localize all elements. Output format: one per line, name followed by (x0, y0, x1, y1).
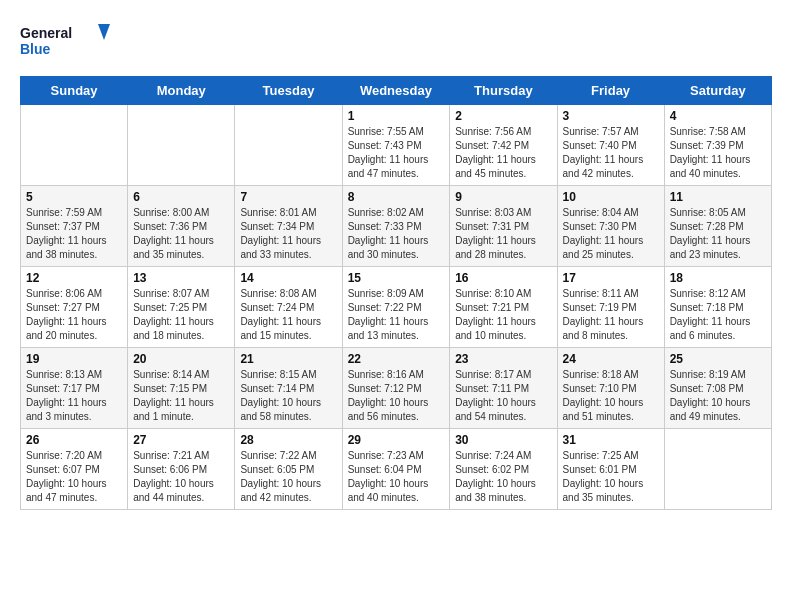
day-info: Sunrise: 8:18 AM Sunset: 7:10 PM Dayligh… (563, 368, 659, 424)
day-info: Sunrise: 8:04 AM Sunset: 7:30 PM Dayligh… (563, 206, 659, 262)
day-info: Sunrise: 7:21 AM Sunset: 6:06 PM Dayligh… (133, 449, 229, 505)
calendar-cell: 26Sunrise: 7:20 AM Sunset: 6:07 PM Dayli… (21, 429, 128, 510)
day-info: Sunrise: 7:55 AM Sunset: 7:43 PM Dayligh… (348, 125, 445, 181)
svg-text:General: General (20, 25, 72, 41)
day-info: Sunrise: 8:05 AM Sunset: 7:28 PM Dayligh… (670, 206, 766, 262)
calendar-cell: 20Sunrise: 8:14 AM Sunset: 7:15 PM Dayli… (128, 348, 235, 429)
day-number: 1 (348, 109, 445, 123)
calendar-cell: 9Sunrise: 8:03 AM Sunset: 7:31 PM Daylig… (450, 186, 557, 267)
calendar-cell: 27Sunrise: 7:21 AM Sunset: 6:06 PM Dayli… (128, 429, 235, 510)
day-info: Sunrise: 7:20 AM Sunset: 6:07 PM Dayligh… (26, 449, 122, 505)
day-number: 10 (563, 190, 659, 204)
calendar-cell: 30Sunrise: 7:24 AM Sunset: 6:02 PM Dayli… (450, 429, 557, 510)
day-number: 8 (348, 190, 445, 204)
day-number: 23 (455, 352, 551, 366)
calendar-cell (664, 429, 771, 510)
calendar-cell: 16Sunrise: 8:10 AM Sunset: 7:21 PM Dayli… (450, 267, 557, 348)
calendar-cell: 25Sunrise: 8:19 AM Sunset: 7:08 PM Dayli… (664, 348, 771, 429)
day-number: 15 (348, 271, 445, 285)
day-info: Sunrise: 7:23 AM Sunset: 6:04 PM Dayligh… (348, 449, 445, 505)
day-info: Sunrise: 8:11 AM Sunset: 7:19 PM Dayligh… (563, 287, 659, 343)
calendar-cell: 7Sunrise: 8:01 AM Sunset: 7:34 PM Daylig… (235, 186, 342, 267)
day-info: Sunrise: 8:15 AM Sunset: 7:14 PM Dayligh… (240, 368, 336, 424)
day-info: Sunrise: 8:06 AM Sunset: 7:27 PM Dayligh… (26, 287, 122, 343)
day-info: Sunrise: 8:03 AM Sunset: 7:31 PM Dayligh… (455, 206, 551, 262)
calendar-cell: 23Sunrise: 8:17 AM Sunset: 7:11 PM Dayli… (450, 348, 557, 429)
calendar-cell: 19Sunrise: 8:13 AM Sunset: 7:17 PM Dayli… (21, 348, 128, 429)
calendar-cell: 22Sunrise: 8:16 AM Sunset: 7:12 PM Dayli… (342, 348, 450, 429)
calendar-cell: 29Sunrise: 7:23 AM Sunset: 6:04 PM Dayli… (342, 429, 450, 510)
calendar-cell (235, 105, 342, 186)
day-number: 3 (563, 109, 659, 123)
calendar-cell: 6Sunrise: 8:00 AM Sunset: 7:36 PM Daylig… (128, 186, 235, 267)
day-number: 20 (133, 352, 229, 366)
calendar-cell: 17Sunrise: 8:11 AM Sunset: 7:19 PM Dayli… (557, 267, 664, 348)
day-info: Sunrise: 7:58 AM Sunset: 7:39 PM Dayligh… (670, 125, 766, 181)
day-info: Sunrise: 8:02 AM Sunset: 7:33 PM Dayligh… (348, 206, 445, 262)
day-number: 27 (133, 433, 229, 447)
day-number: 29 (348, 433, 445, 447)
calendar-cell: 5Sunrise: 7:59 AM Sunset: 7:37 PM Daylig… (21, 186, 128, 267)
calendar-week-row: 12Sunrise: 8:06 AM Sunset: 7:27 PM Dayli… (21, 267, 772, 348)
weekday-header-sunday: Sunday (21, 77, 128, 105)
day-info: Sunrise: 8:09 AM Sunset: 7:22 PM Dayligh… (348, 287, 445, 343)
day-number: 19 (26, 352, 122, 366)
day-number: 26 (26, 433, 122, 447)
svg-text:Blue: Blue (20, 41, 51, 57)
weekday-header-tuesday: Tuesday (235, 77, 342, 105)
day-number: 2 (455, 109, 551, 123)
logo-svg: General Blue (20, 20, 110, 60)
calendar-cell: 15Sunrise: 8:09 AM Sunset: 7:22 PM Dayli… (342, 267, 450, 348)
calendar-cell: 1Sunrise: 7:55 AM Sunset: 7:43 PM Daylig… (342, 105, 450, 186)
day-info: Sunrise: 7:56 AM Sunset: 7:42 PM Dayligh… (455, 125, 551, 181)
calendar-week-row: 1Sunrise: 7:55 AM Sunset: 7:43 PM Daylig… (21, 105, 772, 186)
calendar-cell: 13Sunrise: 8:07 AM Sunset: 7:25 PM Dayli… (128, 267, 235, 348)
day-number: 4 (670, 109, 766, 123)
day-info: Sunrise: 8:14 AM Sunset: 7:15 PM Dayligh… (133, 368, 229, 424)
day-number: 21 (240, 352, 336, 366)
day-number: 24 (563, 352, 659, 366)
calendar-cell (21, 105, 128, 186)
day-info: Sunrise: 7:22 AM Sunset: 6:05 PM Dayligh… (240, 449, 336, 505)
weekday-header-saturday: Saturday (664, 77, 771, 105)
calendar-week-row: 26Sunrise: 7:20 AM Sunset: 6:07 PM Dayli… (21, 429, 772, 510)
logo: General Blue (20, 20, 110, 60)
weekday-header-wednesday: Wednesday (342, 77, 450, 105)
day-info: Sunrise: 7:59 AM Sunset: 7:37 PM Dayligh… (26, 206, 122, 262)
svg-marker-2 (98, 24, 110, 40)
day-info: Sunrise: 8:12 AM Sunset: 7:18 PM Dayligh… (670, 287, 766, 343)
day-info: Sunrise: 8:19 AM Sunset: 7:08 PM Dayligh… (670, 368, 766, 424)
day-info: Sunrise: 8:01 AM Sunset: 7:34 PM Dayligh… (240, 206, 336, 262)
calendar-table: SundayMondayTuesdayWednesdayThursdayFrid… (20, 76, 772, 510)
calendar-cell: 31Sunrise: 7:25 AM Sunset: 6:01 PM Dayli… (557, 429, 664, 510)
calendar-cell: 8Sunrise: 8:02 AM Sunset: 7:33 PM Daylig… (342, 186, 450, 267)
day-number: 13 (133, 271, 229, 285)
day-number: 22 (348, 352, 445, 366)
calendar-cell (128, 105, 235, 186)
weekday-header-row: SundayMondayTuesdayWednesdayThursdayFrid… (21, 77, 772, 105)
calendar-cell: 28Sunrise: 7:22 AM Sunset: 6:05 PM Dayli… (235, 429, 342, 510)
calendar-cell: 14Sunrise: 8:08 AM Sunset: 7:24 PM Dayli… (235, 267, 342, 348)
day-info: Sunrise: 7:25 AM Sunset: 6:01 PM Dayligh… (563, 449, 659, 505)
day-number: 9 (455, 190, 551, 204)
calendar-week-row: 19Sunrise: 8:13 AM Sunset: 7:17 PM Dayli… (21, 348, 772, 429)
calendar-week-row: 5Sunrise: 7:59 AM Sunset: 7:37 PM Daylig… (21, 186, 772, 267)
calendar-cell: 24Sunrise: 8:18 AM Sunset: 7:10 PM Dayli… (557, 348, 664, 429)
calendar-cell: 4Sunrise: 7:58 AM Sunset: 7:39 PM Daylig… (664, 105, 771, 186)
page-header: General Blue (20, 20, 772, 60)
day-info: Sunrise: 8:16 AM Sunset: 7:12 PM Dayligh… (348, 368, 445, 424)
day-number: 12 (26, 271, 122, 285)
day-info: Sunrise: 8:07 AM Sunset: 7:25 PM Dayligh… (133, 287, 229, 343)
weekday-header-friday: Friday (557, 77, 664, 105)
day-number: 30 (455, 433, 551, 447)
day-number: 17 (563, 271, 659, 285)
calendar-cell: 10Sunrise: 8:04 AM Sunset: 7:30 PM Dayli… (557, 186, 664, 267)
day-info: Sunrise: 8:13 AM Sunset: 7:17 PM Dayligh… (26, 368, 122, 424)
day-info: Sunrise: 8:10 AM Sunset: 7:21 PM Dayligh… (455, 287, 551, 343)
day-info: Sunrise: 7:57 AM Sunset: 7:40 PM Dayligh… (563, 125, 659, 181)
calendar-cell: 18Sunrise: 8:12 AM Sunset: 7:18 PM Dayli… (664, 267, 771, 348)
calendar-cell: 3Sunrise: 7:57 AM Sunset: 7:40 PM Daylig… (557, 105, 664, 186)
day-number: 28 (240, 433, 336, 447)
day-number: 11 (670, 190, 766, 204)
day-number: 25 (670, 352, 766, 366)
